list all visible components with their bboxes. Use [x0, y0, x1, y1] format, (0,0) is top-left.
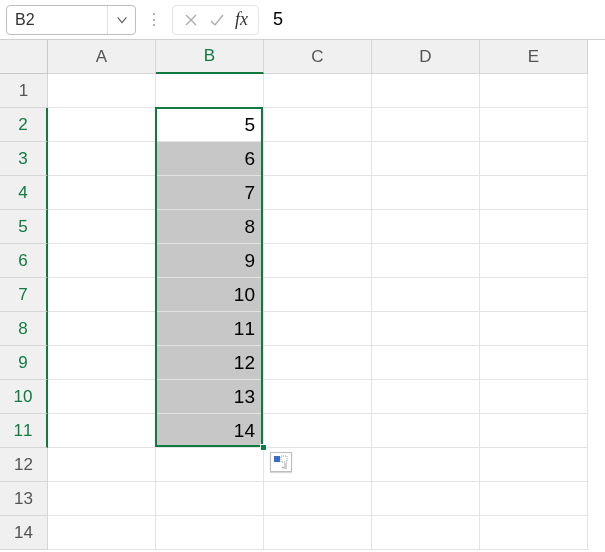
cell-A9[interactable]	[48, 346, 156, 380]
name-box[interactable]	[6, 5, 136, 35]
cell-E3[interactable]	[480, 142, 588, 176]
row-header-7[interactable]: 7	[0, 278, 48, 312]
cell-E6[interactable]	[480, 244, 588, 278]
cell-E9[interactable]	[480, 346, 588, 380]
cell-D12[interactable]	[372, 448, 480, 482]
cell-C10[interactable]	[264, 380, 372, 414]
cell-B14[interactable]	[156, 516, 264, 550]
cell-C11[interactable]	[264, 414, 372, 448]
column-header-A[interactable]: A	[48, 40, 156, 74]
cell-E14[interactable]	[480, 516, 588, 550]
cell-E4[interactable]	[480, 176, 588, 210]
cell-D2[interactable]	[372, 108, 480, 142]
cell-E11[interactable]	[480, 414, 588, 448]
cell-B12[interactable]	[156, 448, 264, 482]
row-header-13[interactable]: 13	[0, 482, 48, 516]
cell-E12[interactable]	[480, 448, 588, 482]
fx-button[interactable]: fx	[235, 9, 248, 30]
row-header-9[interactable]: 9	[0, 346, 48, 380]
cell-D8[interactable]	[372, 312, 480, 346]
cell-B13[interactable]	[156, 482, 264, 516]
row-header-14[interactable]: 14	[0, 516, 48, 550]
name-box-dropdown[interactable]	[107, 6, 135, 34]
cell-C6[interactable]	[264, 244, 372, 278]
formula-input[interactable]	[267, 5, 599, 35]
cell-B1[interactable]	[156, 74, 264, 108]
cell-C9[interactable]	[264, 346, 372, 380]
row-header-5[interactable]: 5	[0, 210, 48, 244]
cell-D11[interactable]	[372, 414, 480, 448]
name-box-input[interactable]	[7, 6, 107, 34]
cell-D14[interactable]	[372, 516, 480, 550]
row-header-3[interactable]: 3	[0, 142, 48, 176]
cell-A1[interactable]	[48, 74, 156, 108]
cell-A3[interactable]	[48, 142, 156, 176]
cell-D10[interactable]	[372, 380, 480, 414]
x-icon	[183, 12, 199, 28]
row-header-2[interactable]: 2	[0, 108, 48, 142]
cell-D6[interactable]	[372, 244, 480, 278]
cell-A4[interactable]	[48, 176, 156, 210]
cell-D3[interactable]	[372, 142, 480, 176]
cell-D7[interactable]	[372, 278, 480, 312]
cell-E10[interactable]	[480, 380, 588, 414]
cell-E5[interactable]	[480, 210, 588, 244]
cell-A12[interactable]	[48, 448, 156, 482]
cell-A8[interactable]	[48, 312, 156, 346]
cell-D1[interactable]	[372, 74, 480, 108]
cell-C5[interactable]	[264, 210, 372, 244]
row-header-12[interactable]: 12	[0, 448, 48, 482]
column-header-D[interactable]: D	[372, 40, 480, 74]
cell-D5[interactable]	[372, 210, 480, 244]
cell-A5[interactable]	[48, 210, 156, 244]
row-header-4[interactable]: 4	[0, 176, 48, 210]
cell-B9[interactable]: 12	[156, 346, 264, 380]
select-all-corner[interactable]	[0, 40, 48, 74]
cell-A2[interactable]	[48, 108, 156, 142]
cell-E7[interactable]	[480, 278, 588, 312]
spreadsheet-grid[interactable]: ABCDE1253647586971081191210131114121314 …	[0, 40, 605, 550]
cell-B7[interactable]: 10	[156, 278, 264, 312]
cell-C1[interactable]	[264, 74, 372, 108]
cell-B4[interactable]: 7	[156, 176, 264, 210]
cell-E1[interactable]	[480, 74, 588, 108]
cell-B11[interactable]: 14	[156, 414, 264, 448]
row-header-1[interactable]: 1	[0, 74, 48, 108]
cell-B6[interactable]: 9	[156, 244, 264, 278]
cell-B8[interactable]: 11	[156, 312, 264, 346]
cell-E8[interactable]	[480, 312, 588, 346]
cell-E13[interactable]	[480, 482, 588, 516]
cell-C8[interactable]	[264, 312, 372, 346]
cell-A13[interactable]	[48, 482, 156, 516]
cell-C3[interactable]	[264, 142, 372, 176]
cell-B3[interactable]: 6	[156, 142, 264, 176]
cell-A6[interactable]	[48, 244, 156, 278]
row-header-10[interactable]: 10	[0, 380, 48, 414]
cell-C4[interactable]	[264, 176, 372, 210]
fill-handle[interactable]	[260, 444, 267, 451]
cell-B2[interactable]: 5	[156, 108, 264, 142]
cell-B10[interactable]: 13	[156, 380, 264, 414]
cell-C7[interactable]	[264, 278, 372, 312]
cell-A11[interactable]	[48, 414, 156, 448]
cell-C2[interactable]	[264, 108, 372, 142]
column-header-B[interactable]: B	[156, 40, 264, 74]
row-header-8[interactable]: 8	[0, 312, 48, 346]
cell-E2[interactable]	[480, 108, 588, 142]
cancel-formula-button[interactable]	[183, 12, 199, 28]
cell-A14[interactable]	[48, 516, 156, 550]
row-header-6[interactable]: 6	[0, 244, 48, 278]
enter-formula-button[interactable]	[209, 12, 225, 28]
cell-A10[interactable]	[48, 380, 156, 414]
cell-D4[interactable]	[372, 176, 480, 210]
cell-B5[interactable]: 8	[156, 210, 264, 244]
cell-C13[interactable]	[264, 482, 372, 516]
column-header-E[interactable]: E	[480, 40, 588, 74]
autofill-options-button[interactable]: +	[270, 452, 292, 472]
cell-D9[interactable]	[372, 346, 480, 380]
cell-D13[interactable]	[372, 482, 480, 516]
cell-A7[interactable]	[48, 278, 156, 312]
cell-C14[interactable]	[264, 516, 372, 550]
column-header-C[interactable]: C	[264, 40, 372, 74]
row-header-11[interactable]: 11	[0, 414, 48, 448]
